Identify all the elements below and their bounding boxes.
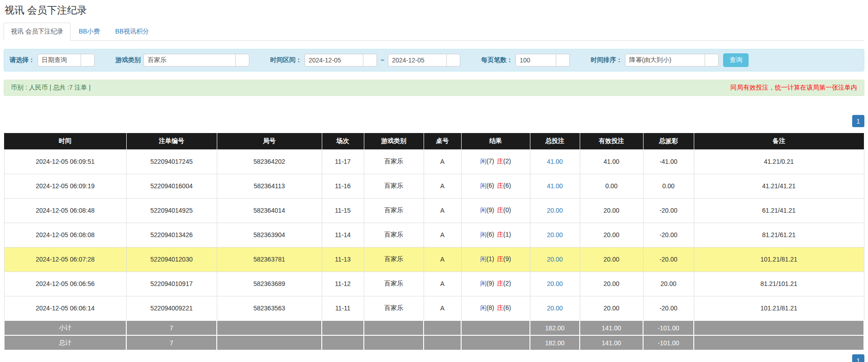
cell-session: 11-16 [322,174,364,198]
column-header: 时间 [4,133,126,149]
result-banker-label: 庄 [497,304,503,311]
column-header: 桌号 [424,133,461,149]
column-header: 场次 [322,133,364,149]
result-player-value: (6) [486,182,494,189]
subtotal-count: 7 [126,320,217,335]
cell-time: 2024-12-05 06:06:56 [4,272,126,296]
cell-note: 81.21/101.21 [694,272,864,296]
tab-bb-tips[interactable]: BB小费 [72,23,107,41]
cell-total-bet: 41.00 [530,174,580,198]
cell-total-bet: 20.00 [530,247,580,272]
search-button[interactable]: 查询 [723,53,749,67]
result-player-label: 闲 [480,206,486,214]
cell-game-type: 百家乐 [364,247,424,272]
query-type-label: 请选择： [10,56,35,64]
page-1-button-bottom[interactable]: 1 [852,354,864,362]
cell-session: 11-15 [322,198,364,223]
game-type-dropdown-box[interactable] [236,54,249,67]
tab-video-bet-records[interactable]: 视讯 会员下注纪录 [4,23,71,41]
cell-table-no: A [424,272,461,296]
result-banker-label: 庄 [497,157,503,165]
summary-currency-count: 币别 : 人民币 | 总共 :7 注单 | [11,84,91,92]
cell-table-no: A [424,247,461,272]
page-1-button[interactable]: 1 [852,115,864,127]
result-banker-value: (6) [503,182,511,189]
cell-bet-id: 522094010917 [126,272,217,296]
cell-valid-bet: 20.00 [580,198,643,223]
cell-payout: 20.00 [643,272,694,296]
cell-session: 11-12 [322,272,364,296]
cell-table-no: A [424,149,461,174]
cell-note: 41.21/0.21 [694,149,864,174]
tab-bb-tips-label[interactable]: BB小费 [72,23,107,41]
cell-table-no: A [424,198,461,223]
result-banker-label: 庄 [497,182,503,189]
total-bet-link[interactable]: 20.00 [547,305,563,312]
result-player-label: 闲 [480,157,486,165]
subtotal-payout: -101.00 [643,320,694,335]
cell-note: 101.21/81.21 [694,247,864,272]
cell-valid-bet: 20.00 [580,247,643,272]
page-container: 视讯 会员下注纪录 视讯 会员下注纪录 BB小费 BB视讯积分 请选择： 游戏类… [0,4,868,362]
query-type-input[interactable] [38,54,81,67]
result-player-label: 闲 [480,304,486,311]
game-type-label: 游戏类别 [115,56,141,64]
tab-bb-video-points-label[interactable]: BB视讯积分 [108,23,157,41]
sort-order-input[interactable] [625,54,705,67]
column-header: 结果 [461,133,530,149]
cell-round-id: 582363781 [217,247,322,272]
result-banker-label: 庄 [497,206,503,214]
date-from-input[interactable] [305,54,363,67]
column-header: 备注 [694,133,864,149]
cell-note: 81.21/61.21 [694,223,864,247]
cell-payout: -20.00 [643,296,694,320]
result-banker-value: (2) [503,280,511,287]
table-row: 2024-12-05 06:06:56 522094010917 5823636… [4,272,864,296]
total-count: 7 [126,335,217,350]
date-from-picker-box[interactable] [363,54,377,67]
per-page-dropdown-box[interactable] [556,54,570,67]
cell-payout: -20.00 [643,247,694,272]
summary-warning-note: 同局有效投注，统一计算在该局第一张注单内 [730,84,857,92]
result-player-value: (8) [486,304,494,311]
result-banker-value: (2) [503,157,511,165]
total-bet-link[interactable]: 20.00 [547,231,563,238]
sort-order-label: 时间排序： [591,56,622,64]
cell-game-type: 百家乐 [364,296,424,320]
date-to-picker-box[interactable] [447,54,460,67]
cell-result: 闲(9)庄(2) [461,272,530,296]
per-page-input[interactable] [515,54,556,67]
cell-bet-id: 522094009221 [126,296,217,320]
sort-order-dropdown-box[interactable] [705,54,719,67]
table-body: 2024-12-05 06:09:51 522094017245 5823642… [4,149,864,320]
total-bet-link[interactable]: 20.00 [547,256,563,263]
total-bet-link[interactable]: 20.00 [547,207,563,214]
cell-game-type: 百家乐 [364,223,424,247]
cell-note: 41.21/41.21 [694,174,864,198]
subtotal-label: 小计 [4,320,126,335]
filter-panel: 请选择： 游戏类别 时间区间： ~ 每页笔数： 时间排序： 查询 [4,49,864,71]
result-player-label: 闲 [480,255,486,262]
cell-payout: -41.00 [643,149,694,174]
total-bet-link[interactable]: 20.00 [547,280,563,287]
query-type-dropdown-box[interactable] [81,54,95,67]
total-bet-link[interactable]: 41.00 [547,182,563,190]
total-bet-link[interactable]: 41.00 [547,158,563,165]
cell-time: 2024-12-05 06:09:19 [4,174,126,198]
column-header: 局号 [217,133,322,149]
subtotal-row: 小计 7 182.00 141.00 -101.00 [4,320,864,335]
pagination-top: 1 [4,115,864,127]
total-label: 总计 [4,335,126,350]
cell-result: 闲(9)庄(0) [461,198,530,223]
cell-round-id: 582364014 [217,198,322,223]
result-player-value: (6) [486,231,494,238]
cell-time: 2024-12-05 06:08:48 [4,198,126,223]
tab-video-bet-records-label[interactable]: 视讯 会员下注纪录 [4,23,71,41]
game-type-input[interactable] [143,54,236,67]
tab-bb-video-points[interactable]: BB视讯积分 [108,23,157,41]
result-player-value: (1) [486,255,494,262]
date-to-input[interactable] [388,54,447,67]
cell-time: 2024-12-05 06:07:28 [4,247,126,272]
cell-round-id: 582363563 [217,296,322,320]
cell-round-id: 582363689 [217,272,322,296]
